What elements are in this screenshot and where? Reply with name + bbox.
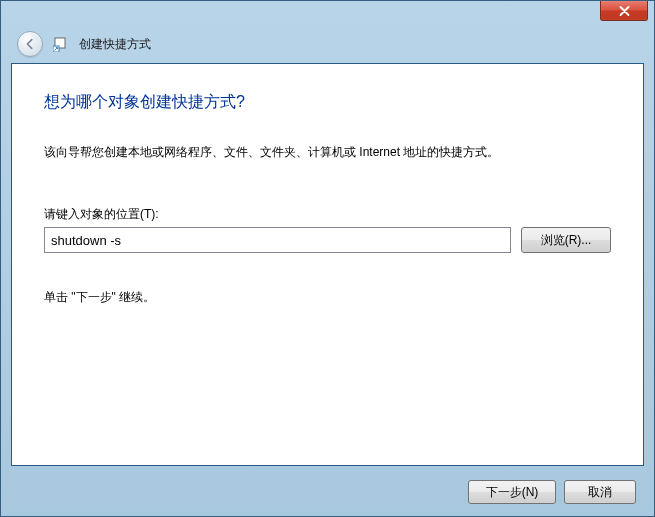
back-button[interactable] (17, 31, 43, 57)
window-title: 创建快捷方式 (79, 36, 151, 53)
header-row: 创建快捷方式 (1, 29, 654, 59)
wizard-window: 创建快捷方式 想为哪个对象创建快捷方式? 该向导帮您创建本地或网络程序、文件、文… (0, 0, 655, 517)
cancel-button[interactable]: 取消 (564, 480, 636, 504)
location-label: 请键入对象的位置(T): (44, 206, 611, 223)
footer-buttons: 下一步(N) 取消 (468, 480, 636, 504)
close-button[interactable] (600, 1, 648, 21)
location-input[interactable] (44, 227, 511, 253)
page-heading: 想为哪个对象创建快捷方式? (44, 92, 611, 113)
description-text: 该向导帮您创建本地或网络程序、文件、文件夹、计算机或 Internet 地址的快… (44, 143, 611, 162)
arrow-left-icon (23, 37, 37, 51)
shortcut-icon (53, 36, 69, 52)
input-row: 浏览(R)... (44, 227, 611, 253)
next-button[interactable]: 下一步(N) (468, 480, 556, 504)
titlebar (1, 1, 654, 29)
browse-button[interactable]: 浏览(R)... (521, 227, 611, 253)
continue-hint: 单击 "下一步" 继续。 (44, 289, 611, 306)
close-icon (619, 6, 630, 16)
content-area: 想为哪个对象创建快捷方式? 该向导帮您创建本地或网络程序、文件、文件夹、计算机或… (11, 63, 644, 466)
